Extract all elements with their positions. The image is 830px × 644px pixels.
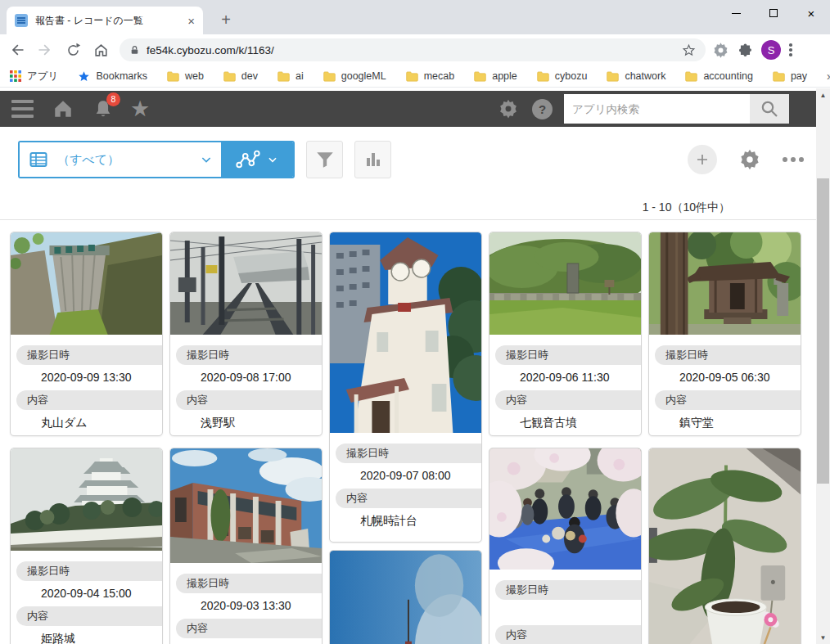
view-selector[interactable]: （すべて） xyxy=(18,141,295,178)
lock-icon xyxy=(129,44,140,56)
photo-asano-station[interactable] xyxy=(170,232,322,335)
record-card[interactable]: 撮影日時 2020-09-06 11:30 内容 七観音古墳 xyxy=(489,232,642,436)
back-icon[interactable] xyxy=(7,39,28,61)
tab-close-icon[interactable]: × xyxy=(187,14,195,28)
record-card[interactable]: 撮影日時 2020-09-08 17:00 内容 浅野駅 xyxy=(169,232,323,436)
bookmark-apps[interactable]: アプリ xyxy=(10,70,58,83)
field-value xyxy=(489,602,641,623)
record-card[interactable]: 撮影日時 2020-09-05 06:30 内容 鎮守堂 xyxy=(648,232,801,436)
extension-gear-icon[interactable] xyxy=(712,42,729,59)
bar-chart-icon xyxy=(363,150,383,169)
minimize-button[interactable] xyxy=(717,0,755,26)
photo-brick-building[interactable] xyxy=(170,448,322,563)
browser-menu-icon[interactable] xyxy=(789,43,792,56)
field-label: 内容 xyxy=(495,625,641,644)
field-label: 内容 xyxy=(176,619,322,638)
bookmark-accounting[interactable]: accounting xyxy=(685,70,752,82)
home-nav-icon[interactable] xyxy=(52,98,74,119)
chart-button[interactable] xyxy=(354,141,391,178)
field-label: 内容 xyxy=(16,390,162,410)
toolbar-right: S xyxy=(712,40,799,60)
favorites-star-icon[interactable]: ★ xyxy=(130,98,150,120)
photo-chinjudo[interactable] xyxy=(649,232,801,335)
apps-grid-icon xyxy=(10,70,21,82)
profile-avatar[interactable]: S xyxy=(761,40,781,60)
record-card[interactable] xyxy=(329,550,482,644)
divider xyxy=(0,219,816,220)
record-card[interactable]: 撮影日時 2020-09-03 13:30 内容 xyxy=(169,448,323,644)
bookmark-cybozu[interactable]: cybozu xyxy=(537,70,588,82)
photo-himeji-castle[interactable] xyxy=(11,448,162,551)
line-graph-icon xyxy=(236,149,260,170)
app-settings-gear-icon[interactable] xyxy=(738,148,761,171)
photo-sapporo-clock-tower[interactable] xyxy=(330,232,481,433)
bookmark-googleml[interactable]: googleML xyxy=(323,70,386,82)
extensions-puzzle-icon[interactable] xyxy=(738,43,753,58)
field-value: 2020-09-04 15:00 xyxy=(11,583,162,604)
folder-icon xyxy=(223,71,236,82)
window-close-button[interactable]: × xyxy=(792,0,830,26)
photo-shichikannon-kofun[interactable] xyxy=(489,232,641,335)
app-header: 8 ★ ? xyxy=(0,91,816,127)
record-card[interactable] xyxy=(648,448,801,644)
folder-icon xyxy=(323,71,336,82)
photo-maruyama-dam[interactable] xyxy=(11,232,162,335)
field-label: 内容 xyxy=(16,606,162,626)
new-tab-button[interactable]: + xyxy=(214,8,237,31)
field-value: 2020-09-09 13:30 xyxy=(11,367,162,388)
help-icon[interactable]: ? xyxy=(532,99,553,119)
record-card[interactable]: 撮影日時 2020-09-07 08:00 内容 札幌時計台 xyxy=(329,232,482,543)
maximize-button[interactable] xyxy=(755,0,792,26)
scrollbar[interactable]: ▲ ▼ xyxy=(816,88,830,644)
forward-icon[interactable] xyxy=(34,39,56,61)
bookmark-apple[interactable]: apple xyxy=(474,70,517,82)
photo-potted-plant[interactable] xyxy=(649,448,801,644)
bookmark-dev[interactable]: dev xyxy=(223,70,258,82)
field-label: 撮影日時 xyxy=(176,345,322,365)
view-toolbar: （すべて） xyxy=(18,141,391,178)
browser-tab[interactable]: 報告書 - レコードの一覧 × xyxy=(7,7,203,34)
field-label: 撮影日時 xyxy=(16,345,162,365)
url-text[interactable]: fe54k.cybozu.com/k/1163/ xyxy=(147,44,682,56)
scroll-up-icon[interactable]: ▲ xyxy=(816,88,830,101)
bookmark-bookmarks[interactable]: Bookmarks xyxy=(78,70,147,83)
scrollbar-thumb[interactable] xyxy=(817,178,829,484)
field-value: 鎮守堂 xyxy=(649,412,801,433)
search-button[interactable] xyxy=(750,94,789,124)
record-card[interactable]: 撮影日時 2020-09-04 15:00 内容 姫路城 xyxy=(10,448,163,644)
settings-gear-icon[interactable] xyxy=(498,98,519,119)
tab-strip: 報告書 - レコードの一覧 × + × xyxy=(0,0,830,34)
bookmark-pay[interactable]: pay xyxy=(773,70,807,82)
search-icon xyxy=(760,99,779,119)
graph-view-button[interactable] xyxy=(221,142,293,177)
scroll-down-icon[interactable]: ▼ xyxy=(816,631,830,644)
add-record-button[interactable] xyxy=(688,145,717,174)
field-label: 撮影日時 xyxy=(16,561,162,581)
reload-icon[interactable] xyxy=(62,39,83,61)
bookmark-star-icon[interactable] xyxy=(682,43,696,57)
field-value: 七観音古墳 xyxy=(489,412,641,433)
field-value: 姫路城 xyxy=(11,628,162,644)
app-search-input[interactable] xyxy=(564,94,750,124)
bookmark-mecab[interactable]: mecab xyxy=(406,70,455,82)
bookmark-ai[interactable]: ai xyxy=(277,70,304,82)
more-options-icon[interactable] xyxy=(783,157,804,162)
field-value: 浅野駅 xyxy=(170,412,322,433)
kintone-favicon xyxy=(15,14,28,27)
photo-tv-tower[interactable] xyxy=(330,551,481,644)
address-bar[interactable]: fe54k.cybozu.com/k/1163/ xyxy=(120,38,706,61)
bookmark-web[interactable]: web xyxy=(167,70,204,82)
home-icon[interactable] xyxy=(90,39,111,61)
record-card[interactable]: 撮影日時 内容 xyxy=(489,448,642,644)
view-selector-current[interactable]: （すべて） xyxy=(20,142,221,177)
record-card[interactable]: 撮影日時 2020-09-09 13:30 内容 丸山ダム xyxy=(10,232,163,436)
field-value: 丸山ダム xyxy=(11,412,162,433)
bookmarks-overflow-icon[interactable]: » xyxy=(827,70,830,83)
bookmark-chatwork[interactable]: chatwork xyxy=(607,70,665,82)
field-label: 内容 xyxy=(495,390,641,410)
photo-hanami-picnic[interactable] xyxy=(489,448,641,570)
field-label: 撮影日時 xyxy=(495,345,641,365)
menu-icon[interactable] xyxy=(11,100,34,118)
notifications-bell-icon[interactable]: 8 xyxy=(92,98,114,120)
filter-button[interactable] xyxy=(306,141,343,178)
